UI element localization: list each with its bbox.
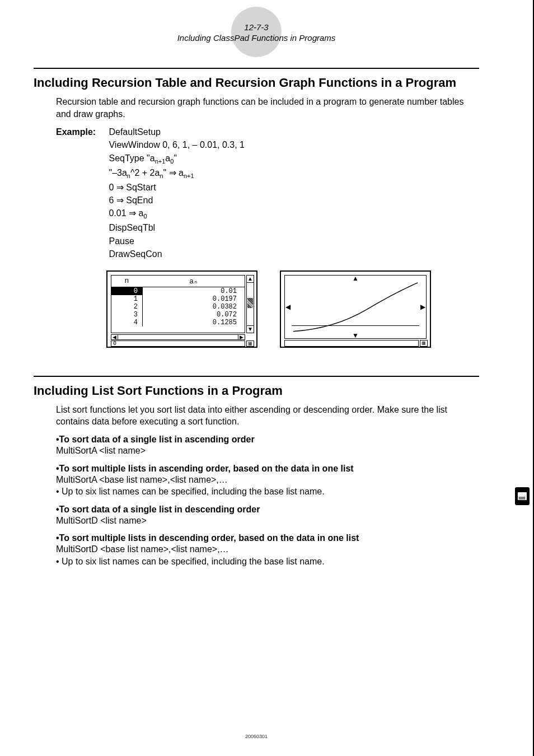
- code-line: 0 ⇒ SqStart: [109, 183, 156, 192]
- calculator-icon: [518, 492, 527, 500]
- divider: [34, 376, 479, 377]
- example-label: Example:: [56, 125, 106, 138]
- page-number: 12-7-3: [34, 22, 479, 32]
- subhead-desc-single: To sort data of a single list in descend…: [56, 505, 479, 515]
- example-code: DefaultSetup ViewWindow 0, 6, 1, – 0.01,…: [109, 125, 245, 260]
- scroll-thumb[interactable]: [247, 298, 253, 308]
- table-row: 10.0197: [111, 295, 245, 303]
- subhead-asc-single: To sort data of a single list in ascendi…: [56, 435, 479, 445]
- code-line: 6 ⇒ SqEnd: [109, 195, 153, 205]
- subhead-desc-multi: To sort multiple lists in descending ord…: [56, 533, 479, 543]
- section1-title: Including Recursion Table and Recursion …: [34, 76, 479, 90]
- table-row: 20.0382: [111, 303, 245, 311]
- graph-status-bar: [284, 340, 419, 347]
- calculator-tab-icon: [515, 487, 530, 505]
- table-header: n aₙ: [111, 276, 245, 287]
- scroll-down-icon[interactable]: ▼: [247, 325, 254, 333]
- table-row: 40.1285: [111, 319, 245, 326]
- body-asc-multi: MultiSortA <base list name>,<list name>,…: [56, 474, 479, 486]
- code-line: DefaultSetup: [109, 127, 161, 137]
- page-content: 12-7-3 Including ClassPad Functions in P…: [0, 0, 513, 590]
- code-line: "–3an^2 + 2an" ⇒ an+1: [109, 168, 194, 178]
- divider: [34, 68, 479, 69]
- note-asc-multi: • Up to six list names can be specified,…: [56, 486, 479, 498]
- body-desc-single: MultiSortD <list name>: [56, 515, 479, 527]
- code-line: ViewWindow 0, 6, 1, – 0.01, 0.3, 1: [109, 140, 245, 150]
- body-desc-multi: MultiSortD <base list name>,<list name>,…: [56, 543, 479, 556]
- graph-screenshot: ▲ ▼ ◀ ▶ ▦: [280, 270, 431, 348]
- section2-title: Including List Sort Functions in a Progr…: [34, 384, 479, 398]
- table-row: 30.072: [111, 311, 245, 319]
- code-line: DrawSeqCon: [109, 249, 162, 259]
- recursion-curve: [291, 280, 420, 334]
- scroll-left-icon[interactable]: ◀: [111, 335, 118, 339]
- note-desc-multi: • Up to six list names can be specified,…: [56, 556, 479, 568]
- vertical-scrollbar[interactable]: ▲ ▼: [246, 275, 254, 333]
- body-asc-single: MultiSortA <list name>: [56, 445, 479, 457]
- code-line: Pause: [109, 236, 134, 246]
- col-n-header: n: [111, 276, 143, 287]
- table-rows: 00.01 10.0197 20.0382 30.072 40.1285: [111, 287, 245, 326]
- section2-intro: List sort functions let you sort list da…: [56, 404, 479, 428]
- graph-status-icon: ▦: [420, 340, 428, 347]
- scroll-up-icon[interactable]: ▲: [247, 276, 254, 283]
- status-bar: 0: [111, 340, 245, 347]
- table-screenshot: n aₙ 00.01 10.0197 20.0382 30.072 40.128…: [106, 270, 257, 348]
- table-panel: n aₙ 00.01 10.0197 20.0382 30.072 40.128…: [111, 275, 245, 333]
- subhead-asc-multi: To sort multiple lists in ascending orde…: [56, 464, 479, 474]
- example-block: Example: DefaultSetup ViewWindow 0, 6, 1…: [56, 125, 479, 260]
- page-header: 12-7-3 Including ClassPad Functions in P…: [34, 22, 479, 43]
- code-line: 0.01 ⇒ a0: [109, 208, 147, 218]
- col-a-header: aₙ: [143, 276, 245, 287]
- header-title: Including ClassPad Functions in Programs: [34, 33, 479, 43]
- graph-panel: ▲ ▼ ◀ ▶: [284, 275, 427, 339]
- header-badge: [231, 7, 282, 57]
- table-row: 00.01: [111, 287, 245, 295]
- horizontal-scrollbar[interactable]: ◀ ▶: [111, 334, 245, 340]
- pan-right-icon[interactable]: ▶: [420, 303, 425, 311]
- scroll-right-icon[interactable]: ▶: [238, 335, 245, 339]
- code-line: DispSeqTbl: [109, 223, 155, 232]
- screenshots-row: n aₙ 00.01 10.0197 20.0382 30.072 40.128…: [106, 270, 479, 348]
- section1-intro: Recursion table and recursion graph func…: [56, 96, 479, 120]
- footer-date: 20060301: [0, 734, 513, 739]
- code-line: SeqType "an+1a0": [109, 153, 177, 163]
- status-icon: ▦: [246, 340, 254, 347]
- pan-left-icon[interactable]: ◀: [285, 303, 291, 311]
